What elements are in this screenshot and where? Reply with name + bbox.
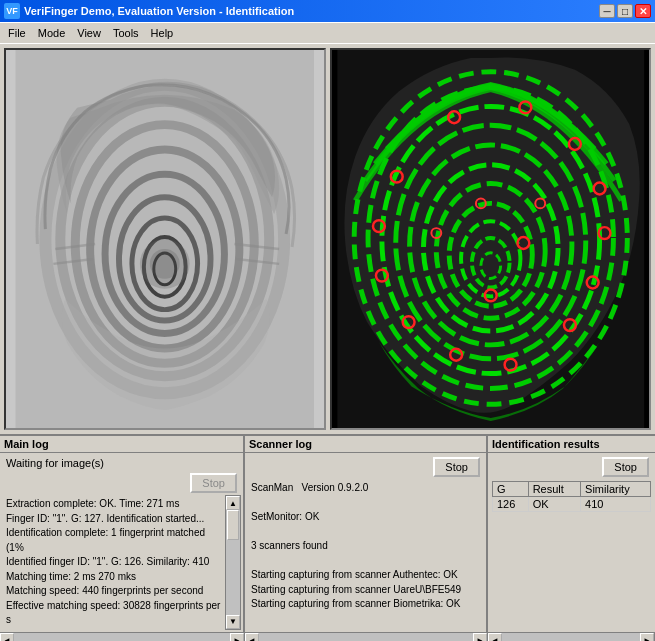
identification-results-panel: Identification results Stop G Result Sim…	[488, 436, 655, 632]
results-stop-button[interactable]: Stop	[602, 457, 649, 477]
image-area	[0, 44, 655, 434]
main-log-panel: Main log Waiting for image(s) Stop Extra…	[0, 436, 245, 632]
scanner-stop-btn-area: Stop	[247, 455, 484, 479]
main-log-scroll-up[interactable]: ▲	[226, 496, 240, 510]
app-icon-text: VF	[6, 6, 18, 16]
fingerprint-left-panel	[4, 48, 326, 430]
panels-row: Main log Waiting for image(s) Stop Extra…	[0, 434, 655, 632]
scanner-hscrollbar[interactable]: ◄ ►	[245, 633, 488, 642]
col-g: G	[493, 482, 529, 497]
main-log-content: Extraction complete: OK. Time: 271 ms Fi…	[2, 495, 225, 630]
main-log-scroll-down[interactable]: ▼	[226, 615, 240, 629]
main-log-scroll-track	[226, 510, 240, 615]
scanner-hscroll-track	[259, 633, 473, 642]
results-table-container: G Result Similarity 126OK410	[490, 479, 653, 630]
scanner-hscroll-left[interactable]: ◄	[245, 633, 259, 642]
main-hscroll-left[interactable]: ◄	[0, 633, 14, 642]
menu-view[interactable]: View	[71, 25, 107, 41]
main-stop-button[interactable]: Stop	[190, 473, 237, 493]
fingerprint-right-svg	[332, 50, 650, 428]
menu-help[interactable]: Help	[145, 25, 180, 41]
main-hscrollbar[interactable]: ◄ ►	[0, 633, 245, 642]
result-cell-g: 126	[493, 497, 529, 512]
scanner-log-content: ScanMan Version 0.9.2.0 SetMonitor: OK 3…	[247, 479, 484, 614]
results-body: Stop G Result Similarity 126OK410	[488, 453, 655, 632]
scanner-stop-button[interactable]: Stop	[433, 457, 480, 477]
fingerprint-left-svg	[6, 50, 324, 428]
scanner-log-panel: Scanner log Stop ScanMan Version 0.9.2.0…	[245, 436, 488, 632]
main-stop-btn-area: Stop	[2, 471, 241, 495]
result-cell-result: OK	[528, 497, 580, 512]
title-bar-left: VF VeriFinger Demo, Evaluation Version -…	[4, 3, 294, 19]
maximize-button[interactable]: □	[617, 4, 633, 18]
scanner-log-header: Scanner log	[245, 436, 486, 453]
minimize-button[interactable]: ─	[599, 4, 615, 18]
results-table: G Result Similarity 126OK410	[492, 481, 651, 512]
close-button[interactable]: ✕	[635, 4, 651, 18]
main-content: Main log Waiting for image(s) Stop Extra…	[0, 44, 655, 641]
results-header: Identification results	[488, 436, 655, 453]
main-log-scroll-area: Extraction complete: OK. Time: 271 ms Fi…	[2, 495, 241, 630]
results-hscroll-left[interactable]: ◄	[488, 633, 502, 642]
window-title: VeriFinger Demo, Evaluation Version - Id…	[24, 5, 294, 17]
title-bar: VF VeriFinger Demo, Evaluation Version -…	[0, 0, 655, 22]
menu-file[interactable]: File	[2, 25, 32, 41]
menu-tools[interactable]: Tools	[107, 25, 145, 41]
main-log-vscrollbar[interactable]: ▲ ▼	[225, 495, 241, 630]
svg-point-11	[150, 249, 180, 279]
main-log-scroll-thumb[interactable]	[227, 510, 239, 540]
results-hscroll-right[interactable]: ►	[640, 633, 654, 642]
main-hscroll-track	[14, 633, 230, 642]
main-hscroll-right[interactable]: ►	[230, 633, 244, 642]
bottom-scrollbars: ◄ ► ◄ ► ◄ ►	[0, 632, 655, 642]
results-hscroll-track	[502, 633, 640, 642]
app-icon: VF	[4, 3, 20, 19]
table-row: 126OK410	[493, 497, 651, 512]
main-log-header: Main log	[0, 436, 243, 453]
result-cell-similarity: 410	[581, 497, 651, 512]
scanner-hscroll-right[interactable]: ►	[473, 633, 487, 642]
menu-bar: File Mode View Tools Help	[0, 22, 655, 44]
waiting-text: Waiting for image(s)	[2, 455, 241, 471]
main-log-body: Waiting for image(s) Stop Extraction com…	[0, 453, 243, 632]
col-result: Result	[528, 482, 580, 497]
results-hscrollbar[interactable]: ◄ ►	[488, 633, 655, 642]
results-stop-btn-area: Stop	[490, 455, 653, 479]
menu-mode[interactable]: Mode	[32, 25, 72, 41]
fingerprint-right-panel	[330, 48, 652, 430]
col-similarity: Similarity	[581, 482, 651, 497]
title-bar-controls: ─ □ ✕	[599, 4, 651, 18]
scanner-log-body: Stop ScanMan Version 0.9.2.0 SetMonitor:…	[245, 453, 486, 632]
